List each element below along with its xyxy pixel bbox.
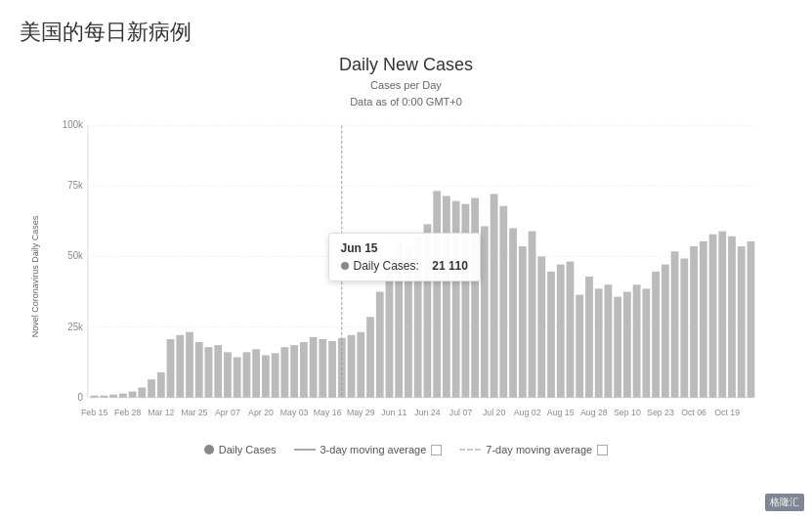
legend-label-daily-cases: Daily Cases: [219, 444, 277, 455]
svg-rect-41: [375, 291, 383, 397]
svg-text:75k: 75k: [67, 180, 84, 191]
svg-text:Sep 10: Sep 10: [614, 408, 641, 417]
svg-rect-52: [480, 226, 488, 397]
svg-rect-80: [747, 241, 754, 398]
svg-rect-59: [547, 272, 555, 398]
legend-dot-daily-cases: [204, 445, 214, 454]
svg-rect-64: [594, 288, 602, 397]
svg-rect-38: [347, 335, 355, 398]
y-axis-label: Novel Coronavirus Daily Cases: [31, 216, 41, 338]
svg-text:Apr 07: Apr 07: [215, 408, 240, 417]
svg-rect-22: [194, 342, 202, 398]
svg-rect-57: [528, 232, 535, 398]
svg-rect-48: [443, 196, 450, 398]
svg-rect-19: [166, 339, 174, 398]
legend-line-3day: [294, 449, 316, 451]
svg-rect-33: [299, 342, 307, 398]
svg-rect-70: [652, 272, 660, 398]
svg-rect-23: [204, 347, 212, 398]
svg-text:Oct 06: Oct 06: [681, 408, 706, 417]
svg-rect-49: [451, 201, 459, 398]
svg-text:Mar 12: Mar 12: [148, 408, 174, 417]
svg-rect-56: [518, 246, 526, 398]
svg-text:May 16: May 16: [313, 408, 341, 417]
svg-rect-51: [471, 198, 479, 398]
bars-group: [90, 191, 754, 397]
svg-rect-63: [585, 277, 593, 398]
svg-rect-71: [661, 265, 668, 398]
svg-text:Aug 02: Aug 02: [513, 408, 540, 417]
svg-rect-11: [90, 396, 98, 398]
svg-rect-78: [728, 237, 736, 398]
svg-rect-21: [186, 332, 193, 398]
svg-rect-15: [128, 392, 136, 398]
svg-rect-50: [461, 204, 469, 398]
svg-text:Aug 15: Aug 15: [546, 408, 574, 417]
svg-rect-67: [623, 291, 631, 397]
svg-rect-65: [604, 284, 612, 398]
svg-rect-25: [224, 352, 232, 397]
svg-text:Sep 23: Sep 23: [647, 408, 674, 417]
svg-rect-74: [690, 246, 698, 398]
chart-subtitle: Cases per Day Data as of 0:00 GMT+0: [25, 77, 788, 109]
svg-rect-24: [214, 345, 222, 398]
svg-text:Jun 11: Jun 11: [381, 408, 406, 417]
chart-container: Daily New Cases Cases per Day Data as of…: [25, 55, 788, 455]
svg-rect-28: [252, 349, 260, 398]
svg-text:Aug 28: Aug 28: [579, 408, 607, 417]
svg-rect-61: [566, 262, 574, 398]
legend-label-3day: 3-day moving average: [321, 444, 427, 455]
svg-rect-46: [423, 224, 431, 397]
svg-rect-60: [556, 265, 564, 398]
svg-rect-18: [156, 372, 164, 398]
svg-rect-34: [309, 337, 317, 398]
legend-checkbox-7day[interactable]: [597, 445, 608, 455]
svg-rect-40: [366, 317, 374, 398]
svg-text:Mar 25: Mar 25: [181, 408, 207, 417]
page-title: 美国的每日新病例: [0, 0, 812, 55]
chart-area: Novel Coronavirus Daily Cases 0 25k 50k …: [25, 115, 788, 438]
svg-rect-14: [118, 394, 126, 398]
svg-text:0: 0: [77, 392, 83, 403]
svg-rect-45: [413, 237, 421, 398]
svg-rect-31: [280, 347, 288, 398]
legend-item-daily-cases: Daily Cases: [204, 444, 277, 455]
svg-text:Feb 15: Feb 15: [81, 408, 107, 417]
svg-text:25k: 25k: [67, 321, 84, 331]
svg-text:Jul 20: Jul 20: [482, 408, 504, 417]
svg-text:100k: 100k: [62, 119, 83, 130]
svg-text:Feb 28: Feb 28: [114, 408, 141, 417]
svg-rect-76: [708, 235, 716, 398]
svg-rect-58: [537, 256, 545, 397]
svg-rect-39: [357, 332, 364, 398]
svg-rect-43: [395, 241, 403, 398]
legend-label-7day: 7-day moving average: [486, 444, 592, 455]
svg-text:50k: 50k: [67, 250, 84, 261]
svg-rect-53: [490, 194, 497, 397]
watermark: 格隆汇: [765, 494, 804, 511]
svg-rect-62: [576, 295, 583, 398]
svg-rect-42: [385, 269, 393, 398]
svg-rect-20: [176, 335, 184, 398]
svg-text:Oct 19: Oct 19: [714, 408, 740, 417]
svg-rect-44: [405, 246, 412, 398]
legend-item-7day: 7-day moving average: [459, 444, 608, 455]
svg-rect-27: [242, 352, 250, 397]
svg-rect-47: [433, 191, 441, 397]
svg-rect-30: [271, 353, 278, 397]
svg-rect-16: [138, 387, 146, 397]
svg-rect-79: [737, 246, 745, 398]
svg-text:May 29: May 29: [346, 408, 374, 417]
svg-rect-32: [290, 345, 298, 398]
svg-rect-66: [614, 297, 621, 398]
svg-rect-77: [718, 232, 726, 398]
legend-checkbox-3day[interactable]: [431, 445, 442, 455]
svg-text:Jun 24: Jun 24: [414, 408, 440, 417]
svg-rect-29: [262, 355, 270, 397]
svg-text:Jul 07: Jul 07: [449, 408, 471, 417]
svg-rect-72: [670, 251, 678, 398]
svg-text:Apr 20: Apr 20: [248, 408, 274, 417]
svg-rect-17: [148, 379, 155, 398]
svg-rect-35: [319, 339, 326, 398]
legend-line-7day: [459, 449, 481, 451]
